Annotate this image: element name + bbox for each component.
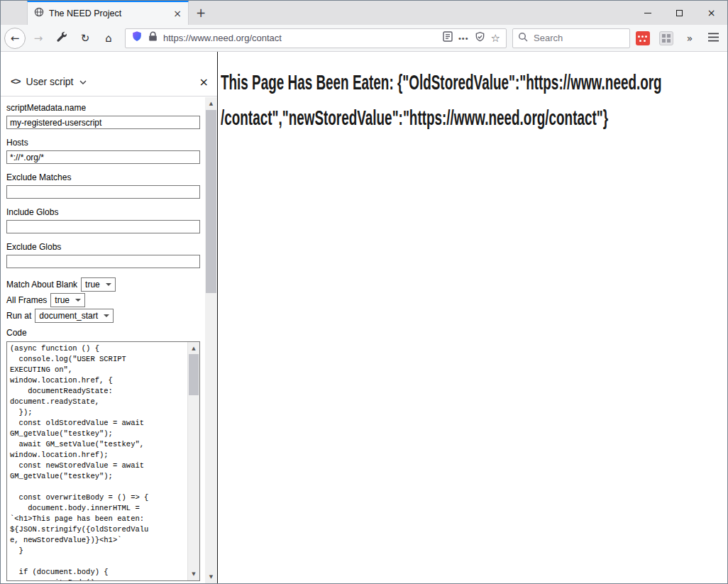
red-extension-icon (636, 31, 650, 45)
field-exclude-matches: Exclude Matches (6, 173, 205, 199)
field-script-name: scriptMetadata.name (6, 104, 205, 129)
grid-extension-icon (659, 31, 673, 45)
app-menu-button[interactable] (702, 28, 724, 49)
minimize-icon (644, 13, 651, 13)
scroll-up-icon[interactable]: ▲ (205, 98, 217, 109)
window-controls: × (632, 1, 727, 25)
tool-button[interactable] (51, 28, 72, 49)
select-value: document_start (39, 311, 98, 321)
url-bar[interactable]: https://www.need.org/contact ••• ☆ (125, 28, 507, 48)
home-button[interactable]: ⌂ (98, 28, 119, 49)
row-match-about-blank: Match About Blank true (6, 277, 205, 292)
scroll-down-icon[interactable]: ▼ (188, 568, 199, 580)
search-bar[interactable] (512, 28, 630, 48)
code-editor[interactable]: (async function () { console.log("USER S… (6, 341, 200, 581)
lock-icon[interactable] (148, 31, 158, 45)
chevron-down-icon (75, 299, 81, 302)
hosts-input[interactable] (6, 150, 200, 164)
field-label: Exclude Globs (6, 243, 205, 252)
page-heading-line1: This Page Has Been Eaten: {"OldStoredVal… (221, 65, 540, 100)
hamburger-menu-icon (708, 32, 719, 44)
browser-content: <> User script × scriptMetadata.name Hos… (1, 52, 727, 583)
page-heading-line2: /contact","newStoredValue":"https://www.… (221, 100, 540, 136)
sidebar-scroll-thumb[interactable] (206, 110, 216, 293)
tab-favicon-icon (34, 7, 44, 20)
url-text[interactable]: https://www.need.org/contact (163, 33, 437, 43)
code-scroll-thumb[interactable] (189, 354, 199, 395)
panel-close-button[interactable]: × (199, 77, 209, 87)
protections-shield-icon[interactable] (131, 31, 143, 45)
scroll-up-icon[interactable]: ▲ (188, 343, 199, 354)
select-group: Match About Blank true All Frames true (6, 277, 205, 323)
maximize-icon (676, 10, 683, 16)
code-text[interactable]: (async function () { console.log("USER S… (7, 342, 199, 581)
overflow-menu-button[interactable]: » (679, 28, 700, 49)
reload-button[interactable]: ↻ (75, 28, 96, 49)
panel-title[interactable]: User script (26, 76, 74, 87)
select-value: true (85, 280, 100, 290)
select-label: Run at (6, 311, 31, 321)
tab-title: The NEED Project (49, 9, 166, 18)
panel-form: scriptMetadata.name Hosts Exclude Matche… (1, 97, 205, 581)
new-tab-button[interactable]: + (189, 1, 213, 25)
forward-button[interactable]: → (28, 28, 49, 49)
field-hosts: Hosts (6, 138, 205, 164)
code-label: Code (6, 328, 205, 338)
chevron-down-icon (104, 314, 109, 317)
tab-close-icon[interactable]: × (171, 8, 184, 19)
page-heading: This Page Has Been Eaten: {"OldStoredVal… (221, 65, 540, 136)
code-scrollbar[interactable]: ▲ ▼ (187, 342, 199, 580)
field-label: Include Globs (6, 208, 205, 217)
sidebar-scrollbar[interactable]: ▲ ▼ (205, 97, 217, 583)
page-actions-button[interactable]: ••• (458, 34, 469, 43)
script-name-input[interactable] (6, 116, 200, 129)
row-all-frames: All Frames true (6, 293, 205, 307)
select-label: Match About Blank (6, 280, 77, 290)
field-include-globs: Include Globs (6, 208, 205, 233)
chevron-down-icon[interactable] (79, 75, 87, 87)
run-at-select[interactable]: document_start (35, 309, 114, 323)
browser-window: The NEED Project × + × ← → ↻ ⌂ ht (0, 0, 728, 584)
browser-tab[interactable]: The NEED Project × (27, 1, 189, 25)
field-label: Exclude Matches (6, 173, 205, 182)
extension-button-grid[interactable] (656, 28, 677, 49)
field-label: Hosts (6, 138, 205, 148)
exclude-matches-input[interactable] (6, 185, 200, 199)
search-input[interactable] (532, 32, 624, 44)
match-about-blank-select[interactable]: true (81, 277, 116, 292)
panel-header: <> User script × (1, 52, 217, 97)
all-frames-select[interactable]: true (50, 293, 85, 307)
titlebar: The NEED Project × + × (1, 1, 727, 25)
close-window-button[interactable]: × (695, 1, 727, 25)
bookmark-star-button[interactable]: ☆ (491, 32, 500, 45)
field-label: scriptMetadata.name (6, 104, 205, 113)
page-content: This Page Has Been Eaten: {"OldStoredVal… (218, 52, 727, 583)
wrench-icon (56, 31, 67, 45)
shield-check-button[interactable] (475, 31, 485, 45)
search-icon (518, 32, 528, 45)
code-icon: <> (11, 77, 21, 87)
field-exclude-globs: Exclude Globs (6, 243, 205, 268)
select-label: All Frames (6, 295, 47, 305)
reader-view-button[interactable] (443, 31, 453, 45)
row-run-at: Run at document_start (6, 309, 205, 323)
maximize-button[interactable] (663, 1, 695, 25)
minimize-button[interactable] (632, 1, 663, 25)
extension-button-red[interactable] (632, 28, 653, 49)
chevron-down-icon (106, 283, 111, 286)
navigation-toolbar: ← → ↻ ⌂ https://www.need.org/contact ••• (1, 25, 727, 52)
titlebar-drag-area (213, 1, 632, 25)
exclude-globs-input[interactable] (6, 255, 200, 268)
back-button[interactable]: ← (4, 28, 26, 49)
userscript-panel: <> User script × scriptMetadata.name Hos… (1, 52, 218, 583)
scroll-down-icon[interactable]: ▼ (205, 571, 217, 583)
select-value: true (55, 295, 70, 305)
include-globs-input[interactable] (6, 220, 200, 233)
